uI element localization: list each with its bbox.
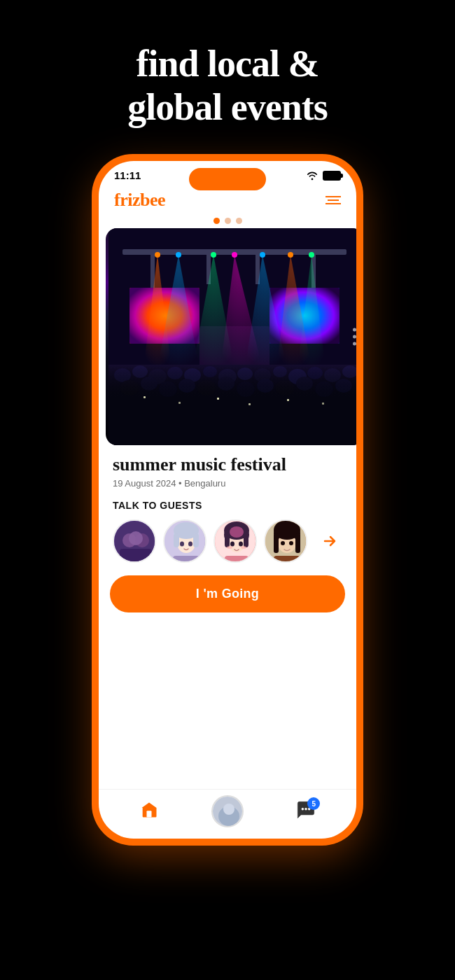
- separator: •: [178, 478, 184, 489]
- see-more-guests-button[interactable]: [317, 527, 342, 555]
- dot-1[interactable]: [214, 218, 220, 224]
- headline-line1: find local &: [136, 43, 318, 85]
- scroll-dot-1: [353, 328, 356, 332]
- svg-rect-78: [225, 532, 230, 547]
- scroll-dot-3: [353, 342, 356, 346]
- svg-rect-68: [174, 533, 179, 547]
- headline-line2: global events: [127, 86, 328, 128]
- dynamic-island: [189, 168, 266, 190]
- headline: find local & global events: [0, 0, 455, 150]
- svg-point-19: [176, 252, 181, 258]
- app-logo: frizbee: [114, 190, 165, 211]
- filter-button[interactable]: [326, 196, 341, 204]
- svg-rect-90: [295, 533, 300, 553]
- nav-profile-avatar[interactable]: [211, 795, 244, 827]
- avatar-1[interactable]: [113, 519, 156, 563]
- dot-3[interactable]: [236, 218, 242, 224]
- svg-point-22: [260, 252, 265, 258]
- phone-mockup: 11:11 frizbee: [0, 157, 455, 843]
- svg-rect-93: [274, 556, 300, 563]
- svg-point-82: [227, 546, 232, 549]
- svg-point-71: [188, 541, 192, 546]
- svg-rect-89: [274, 533, 279, 553]
- avatar-4[interactable]: [264, 519, 307, 563]
- svg-point-91: [281, 541, 285, 545]
- event-image: [106, 228, 356, 445]
- arrow-right-icon: [321, 533, 338, 550]
- svg-rect-52: [108, 365, 356, 400]
- svg-point-20: [211, 252, 216, 258]
- scroll-dots: [353, 328, 356, 346]
- svg-rect-53: [144, 396, 146, 398]
- nav-home-button[interactable]: [139, 800, 159, 822]
- event-meta: 19 August 2024 • Bengaluru: [113, 478, 342, 489]
- guests-section: TALK TO GUESTS: [99, 494, 356, 568]
- svg-rect-69: [193, 533, 199, 547]
- svg-point-70: [180, 541, 184, 546]
- svg-rect-56: [248, 403, 251, 405]
- svg-point-97: [223, 804, 234, 815]
- event-location: Bengaluru: [184, 478, 225, 489]
- svg-point-18: [155, 252, 160, 258]
- im-going-button[interactable]: I 'm Going: [110, 575, 345, 612]
- event-date: 19 August 2024: [113, 478, 176, 489]
- guests-label: TALK TO GUESTS: [113, 500, 342, 511]
- guests-row: [113, 519, 342, 563]
- svg-rect-72: [173, 556, 200, 563]
- status-icons: [306, 171, 341, 181]
- svg-point-98: [302, 808, 304, 811]
- svg-rect-58: [322, 402, 324, 405]
- phone-outer: 11:11 frizbee: [94, 157, 360, 843]
- svg-rect-79: [244, 532, 248, 547]
- filter-line-3: [326, 203, 341, 204]
- svg-point-24: [309, 252, 314, 258]
- event-title: summer music festival: [113, 455, 342, 475]
- svg-rect-55: [217, 398, 219, 400]
- battery-icon: [323, 171, 341, 181]
- svg-rect-94: [146, 811, 151, 817]
- svg-point-99: [305, 808, 308, 811]
- svg-rect-84: [225, 556, 248, 563]
- avatar-2[interactable]: [163, 519, 206, 563]
- filter-line-1: [326, 196, 341, 197]
- svg-point-23: [288, 252, 293, 258]
- home-icon: [139, 800, 159, 820]
- svg-point-80: [230, 541, 234, 546]
- svg-rect-54: [178, 402, 181, 404]
- svg-rect-57: [287, 399, 289, 401]
- svg-point-77: [230, 526, 244, 538]
- svg-point-83: [241, 546, 246, 549]
- profile-avatar-image: [213, 797, 244, 827]
- concert-stage-svg: [106, 228, 356, 445]
- svg-point-62: [129, 531, 143, 545]
- svg-rect-63: [120, 549, 152, 563]
- svg-point-92: [289, 541, 293, 545]
- svg-point-81: [239, 541, 243, 546]
- chat-badge: 5: [307, 797, 320, 810]
- filter-line-2: [328, 200, 339, 201]
- avatar-3[interactable]: [214, 519, 257, 563]
- wifi-icon: [306, 171, 318, 181]
- nav-chat-button[interactable]: 5: [296, 800, 316, 822]
- svg-point-21: [232, 252, 237, 258]
- phone-screen: 11:11 frizbee: [99, 161, 356, 839]
- page-dots: [99, 214, 356, 228]
- event-info: summer music festival 19 August 2024 • B…: [99, 445, 356, 494]
- bottom-nav: 5: [99, 789, 356, 839]
- dot-2[interactable]: [225, 218, 231, 224]
- scroll-dot-2: [353, 335, 356, 339]
- status-time: 11:11: [114, 169, 141, 181]
